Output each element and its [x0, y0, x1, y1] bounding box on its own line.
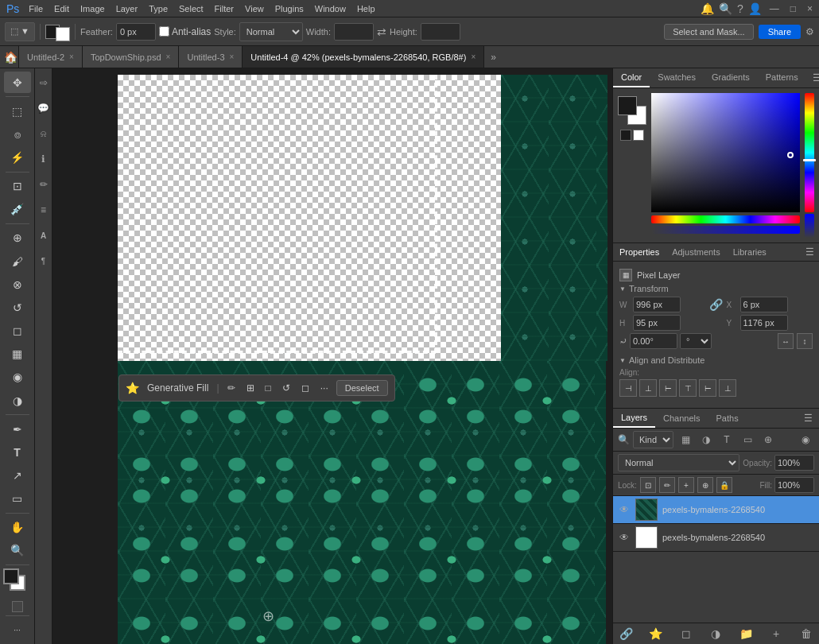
window-close-icon[interactable]: ×	[804, 3, 816, 14]
align-center-h-btn[interactable]: ⊥	[639, 379, 657, 397]
layers-panel-menu-icon[interactable]: ☰	[798, 409, 819, 427]
opacity-input[interactable]	[774, 455, 814, 471]
flip-horizontal-btn[interactable]: ↔	[778, 333, 794, 349]
tab-layers[interactable]: Layers	[613, 409, 655, 428]
w-input[interactable]	[633, 297, 681, 312]
align-left-btn[interactable]: ⊣	[619, 379, 637, 397]
quick-mask-btn[interactable]	[12, 601, 23, 612]
toolbar-options-icon[interactable]: ⚙	[805, 26, 814, 37]
color-picker-handle[interactable]	[787, 152, 794, 158]
tab-properties[interactable]: Properties	[613, 243, 666, 261]
menu-view[interactable]: View	[240, 2, 269, 15]
notification-icon[interactable]: 🔔	[701, 2, 714, 15]
menu-image[interactable]: Image	[76, 2, 110, 15]
brush-tool[interactable]: 🖌	[4, 250, 31, 272]
blend-mode-select[interactable]: Normal Multiply Screen Overlay	[618, 454, 739, 471]
layers-filter-smart-btn[interactable]: ⊕	[759, 431, 777, 448]
fill-input[interactable]	[774, 477, 814, 493]
align-bottom-btn[interactable]: ⊥	[719, 379, 736, 397]
shape-tool[interactable]: ▭	[4, 488, 31, 510]
tab-untitled-2[interactable]: Untitled-2 ×	[19, 46, 83, 68]
tab-close-untitled-4[interactable]: ×	[471, 52, 475, 61]
default-fg-btn[interactable]	[620, 130, 631, 141]
menu-select[interactable]: Select	[174, 2, 208, 15]
layer-link-btn[interactable]: 🔗	[618, 626, 634, 642]
canvas-icon-7[interactable]: A	[37, 224, 51, 246]
layer-group-btn[interactable]: 📁	[738, 626, 754, 642]
gen-fill-more-btn[interactable]: ···	[317, 381, 332, 395]
y-input[interactable]	[740, 315, 788, 331]
hue-slider[interactable]	[651, 215, 800, 223]
gen-fill-edit-btn[interactable]: ✏	[224, 381, 239, 395]
swap-dimensions-icon[interactable]: ⇄	[377, 25, 386, 38]
menu-file[interactable]: File	[24, 2, 48, 15]
feather-input[interactable]	[116, 23, 156, 41]
canvas-icon-3[interactable]: ⍾	[37, 122, 51, 145]
gen-fill-erase-btn[interactable]: ◻	[298, 381, 312, 395]
menu-window[interactable]: Window	[310, 2, 351, 15]
canvas-icon-5[interactable]: ✏	[37, 173, 51, 196]
eraser-tool[interactable]: ◻	[4, 320, 31, 341]
lock-all-btn[interactable]: 🔒	[716, 477, 732, 493]
layer-1-visibility[interactable]: 👁	[618, 503, 631, 516]
canvas-icon-6[interactable]: ≡	[37, 199, 51, 221]
layers-filter-type-btn[interactable]: T	[718, 431, 736, 448]
layer-row-1[interactable]: 👁 pexels-bymalens-2268540	[613, 496, 819, 524]
lock-image-btn[interactable]: ✏	[659, 477, 675, 493]
gen-fill-grid-btn[interactable]: ⊞	[243, 381, 258, 395]
layer-2-visibility[interactable]: 👁	[618, 531, 631, 544]
layer-effects-btn[interactable]: ⭐	[648, 626, 664, 642]
alpha-slider[interactable]	[651, 226, 800, 234]
rotate-input[interactable]	[630, 333, 677, 349]
user-icon[interactable]: 👤	[748, 2, 762, 15]
canvas-icon-2[interactable]: 💬	[37, 97, 51, 119]
foreground-color-box[interactable]	[3, 568, 19, 584]
transform-header[interactable]: ▼ Transform	[619, 284, 813, 293]
layer-new-btn[interactable]: +	[768, 626, 784, 642]
align-right-btn[interactable]: ⊢	[659, 379, 677, 397]
tab-channels[interactable]: Channels	[655, 409, 708, 427]
tab-untitled-3[interactable]: Untitled-3 ×	[179, 46, 243, 68]
help-icon[interactable]: ?	[737, 2, 743, 15]
eyedropper-tool[interactable]: 💉	[4, 199, 31, 220]
x-input[interactable]	[740, 297, 788, 312]
window-minimize-icon[interactable]: —	[767, 3, 782, 14]
h-input[interactable]	[633, 315, 681, 331]
canvas-icon-1[interactable]: ⇨	[37, 72, 51, 94]
search-icon[interactable]: 🔍	[719, 2, 732, 15]
clone-tool[interactable]: ⊗	[4, 274, 31, 295]
lasso-tool[interactable]: ⌾	[4, 123, 31, 145]
hue-slider-vertical[interactable]	[805, 93, 814, 212]
tab-adjustments[interactable]: Adjustments	[666, 243, 727, 261]
menu-filter[interactable]: Filter	[210, 2, 239, 15]
gen-fill-arrow-btn[interactable]: ↺	[279, 381, 293, 395]
canvas-icon-8[interactable]: ¶	[37, 250, 51, 272]
window-maximize-icon[interactable]: □	[787, 3, 799, 14]
link-dimensions-icon[interactable]: 🔗	[708, 298, 724, 311]
menu-plugins[interactable]: Plugins	[270, 2, 309, 15]
tab-overflow-btn[interactable]: »	[484, 48, 503, 66]
extra-tools-btn[interactable]: ···	[4, 619, 31, 641]
tab-close-untitled-3[interactable]: ×	[230, 52, 235, 61]
menu-type[interactable]: Type	[144, 2, 173, 15]
lock-transparent-btn[interactable]: ⊡	[640, 477, 656, 493]
style-select[interactable]: Normal Fixed Ratio Fixed Size	[239, 22, 303, 41]
layer-mask-btn[interactable]: ◻	[678, 626, 694, 642]
lock-artboard-btn[interactable]: ⊕	[697, 477, 713, 493]
crop-tool[interactable]: ⊡	[4, 176, 31, 197]
marquee-tool[interactable]: ⬚	[4, 100, 31, 122]
wand-tool[interactable]: ⚡	[4, 146, 31, 168]
layer-row-2[interactable]: 👁 pexels-bymalens-2268540	[613, 524, 819, 552]
color-panel-menu-icon[interactable]: ☰	[806, 69, 819, 87]
tab-gradients[interactable]: Gradients	[704, 68, 758, 87]
background-color-swatch[interactable]	[56, 27, 70, 41]
tab-topdownship[interactable]: TopDownShip.psd ×	[83, 46, 180, 68]
layers-filter-shape-btn[interactable]: ▭	[739, 431, 756, 448]
dodge-tool[interactable]: ◑	[4, 390, 31, 411]
history-brush-tool[interactable]: ↺	[4, 297, 31, 318]
deselect-button[interactable]: Deselect	[336, 380, 388, 396]
move-tool[interactable]: ✥	[4, 72, 31, 93]
tab-paths[interactable]: Paths	[708, 409, 747, 427]
layers-kind-select[interactable]: Kind	[633, 431, 673, 448]
properties-panel-menu-icon[interactable]: ☰	[801, 243, 819, 261]
